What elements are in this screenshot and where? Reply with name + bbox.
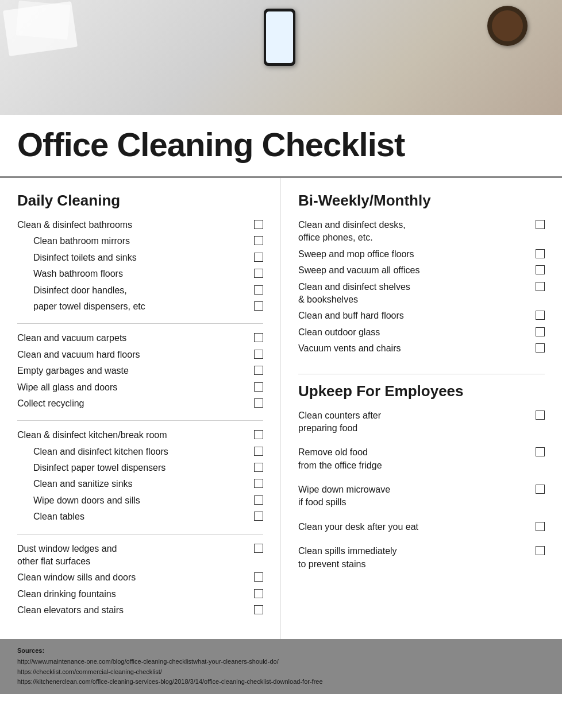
divider — [17, 534, 263, 535]
sources-label: Sources: — [17, 646, 545, 656]
list-item: Remove old foodfrom the office fridge — [298, 446, 545, 472]
list-item: Sweep and vacuum all offices — [298, 264, 545, 277]
checkbox[interactable] — [254, 589, 263, 598]
item-label: Clean window sills and doors — [17, 571, 254, 584]
checkbox[interactable] — [254, 253, 263, 262]
list-item: Clean elevators and stairs — [17, 604, 263, 617]
checkbox[interactable] — [536, 546, 545, 555]
list-item: Clean bathroom mirrors — [33, 235, 263, 247]
item-label: Remove old foodfrom the office fridge — [298, 446, 536, 472]
divider — [298, 374, 545, 374]
checkbox[interactable] — [254, 220, 263, 229]
list-item: Clean and vacuum hard floors — [17, 348, 263, 361]
list-item: Clean and disinfect kitchen floors — [33, 446, 263, 458]
list-item: Clean and buff hard floors — [298, 309, 545, 322]
source-link-2: https://checklist.com/commercial-cleanin… — [17, 667, 545, 677]
checkbox[interactable] — [254, 463, 263, 472]
list-item: Clean & disinfect bathrooms — [17, 219, 263, 231]
main-content: Daily Cleaning Clean & disinfect bathroo… — [0, 178, 562, 639]
checkbox[interactable] — [254, 430, 263, 439]
checkbox[interactable] — [254, 605, 263, 614]
item-label: Clean spills immediatelyto prevent stain… — [298, 545, 536, 571]
list-item: Clean & disinfect kitchen/break room — [17, 429, 263, 442]
checkbox[interactable] — [536, 265, 545, 274]
item-label: Clean drinking fountains — [17, 588, 254, 601]
list-item: Wash bathroom floors — [33, 268, 263, 280]
checkbox[interactable] — [254, 269, 263, 278]
checkbox[interactable] — [254, 544, 263, 553]
item-label: Clean elevators and stairs — [17, 604, 254, 617]
checkbox[interactable] — [254, 285, 263, 295]
biweekly-section: Bi-Weekly/Monthly Clean and disinfect de… — [298, 192, 545, 355]
checkbox[interactable] — [536, 522, 545, 531]
item-label: Clean tables — [33, 510, 254, 523]
item-label: Wash bathroom floors — [33, 268, 254, 280]
checkbox[interactable] — [536, 411, 545, 420]
checkbox[interactable] — [254, 333, 263, 342]
item-label: Wipe all glass and doors — [17, 381, 254, 394]
checkbox[interactable] — [254, 495, 263, 505]
list-item: Sweep and mop office floors — [298, 248, 545, 261]
checkbox[interactable] — [536, 282, 545, 291]
checkbox[interactable] — [254, 572, 263, 582]
checkbox[interactable] — [254, 350, 263, 359]
item-label: Clean and disinfect shelves& bookshelves — [298, 281, 536, 307]
list-item: Vacuum vents and chairs — [298, 342, 545, 355]
sub-items-bathrooms: Clean bathroom mirrors Disinfect toilets… — [17, 235, 263, 313]
item-label: Sweep and mop office floors — [298, 248, 536, 261]
checkbox[interactable] — [536, 343, 545, 353]
list-item: Clean counters afterpreparing food — [298, 409, 545, 435]
list-item: Disinfect toilets and sinks — [33, 251, 263, 264]
checkbox[interactable] — [254, 512, 263, 521]
checkbox[interactable] — [536, 447, 545, 456]
sub-items-kitchen: Clean and disinfect kitchen floors Disin… — [17, 446, 263, 524]
item-label: Clean & disinfect kitchen/break room — [17, 429, 254, 442]
checkbox[interactable] — [536, 220, 545, 229]
page-title: Office Cleaning Checklist — [17, 125, 545, 164]
checkbox[interactable] — [536, 327, 545, 336]
item-label: Wipe down doors and sills — [33, 494, 254, 507]
list-item: Clean and vacuum carpets — [17, 332, 263, 344]
other-group: Dust window ledges andother flat surface… — [17, 543, 263, 617]
item-label: Clean and vacuum carpets — [17, 332, 254, 344]
item-label: Clean outdoor glass — [298, 326, 536, 339]
item-label: Collect recycling — [17, 397, 254, 410]
list-item: Collect recycling — [17, 397, 263, 410]
title-bar: Office Cleaning Checklist — [0, 115, 562, 178]
checkbox[interactable] — [536, 311, 545, 320]
item-label: Clean and sanitize sinks — [33, 478, 254, 490]
checkbox[interactable] — [536, 485, 545, 494]
checkbox[interactable] — [254, 301, 263, 311]
checkbox[interactable] — [254, 382, 263, 392]
coffee-decoration — [487, 6, 528, 46]
list-item: Clean and sanitize sinks — [33, 478, 263, 490]
checkbox[interactable] — [254, 479, 263, 488]
checkbox[interactable] — [536, 249, 545, 258]
checkbox[interactable] — [254, 366, 263, 375]
list-item: Clean outdoor glass — [298, 326, 545, 339]
item-label: Disinfect paper towel dispensers — [33, 462, 254, 474]
list-item: Clean window sills and doors — [17, 571, 263, 584]
upkeep-title: Upkeep For Employees — [298, 382, 545, 400]
item-label: Clean and disinfect kitchen floors — [33, 446, 254, 458]
checkbox[interactable] — [254, 447, 263, 456]
hero-image — [0, 0, 562, 115]
item-label: Empty garbages and waste — [17, 365, 254, 377]
source-link-3: https://kitchenerclean.com/office-cleani… — [17, 677, 545, 687]
list-item: Clean and disinfect desks,office phones,… — [298, 219, 545, 245]
item-label: Clean and disinfect desks,office phones,… — [298, 219, 536, 245]
item-label: Dust window ledges andother flat surface… — [17, 543, 254, 568]
item-label: Clean and buff hard floors — [298, 309, 536, 322]
checkbox[interactable] — [254, 236, 263, 245]
list-item: Disinfect door handles, — [33, 284, 263, 297]
item-label: Vacuum vents and chairs — [298, 342, 536, 355]
item-label: Wipe down microwaveif food spills — [298, 483, 536, 509]
list-item: Wipe down doors and sills — [33, 494, 263, 507]
divider — [17, 323, 263, 324]
checkbox[interactable] — [254, 398, 263, 408]
upkeep-section: Upkeep For Employees Clean counters afte… — [298, 382, 545, 571]
list-item: Clean spills immediatelyto prevent stain… — [298, 545, 545, 571]
item-label: Clean bathroom mirrors — [33, 235, 254, 247]
source-link-1: http://www.maintenance-one.com/blog/offi… — [17, 657, 545, 667]
list-item: Empty garbages and waste — [17, 365, 263, 377]
